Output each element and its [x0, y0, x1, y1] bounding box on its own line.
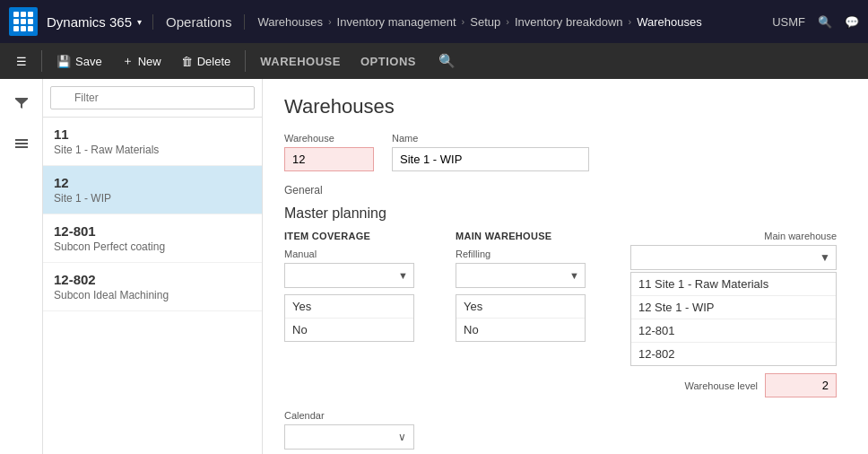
filter-icon-btn[interactable]	[7, 88, 36, 117]
master-planning-title: Master planning	[284, 205, 846, 222]
name-group: Name	[392, 133, 589, 171]
chat-icon-top[interactable]: 💬	[845, 15, 859, 29]
manual-yes-item[interactable]: Yes	[285, 295, 413, 319]
options-menu-button[interactable]: OPTIONS	[352, 50, 425, 73]
calendar-dropdown[interactable]: ∨	[284, 424, 414, 450]
warehouse-menu-button[interactable]: WAREHOUSE	[251, 50, 350, 73]
page-title: Warehouses	[284, 95, 846, 118]
filter-input[interactable]	[50, 86, 255, 109]
sidebar-icons	[0, 79, 43, 454]
list-item-12-802-id: 12-802	[54, 272, 251, 287]
name-input[interactable]	[392, 147, 589, 171]
breadcrumb-inventory-breakdown[interactable]: Inventory breakdown	[515, 15, 623, 29]
delete-icon: 🗑	[181, 55, 193, 68]
new-icon: ＋	[122, 53, 134, 69]
svg-rect-2	[15, 146, 28, 148]
list-item-12[interactable]: 12 Site 1 - WIP	[43, 166, 262, 214]
manual-label: Manual	[284, 249, 441, 259]
warehouse-name-row: Warehouse Name	[284, 133, 846, 171]
breadcrumb-inventory-management[interactable]: Warehouses	[257, 15, 323, 29]
dropdown-arrow-manual: ▼	[398, 270, 408, 281]
breadcrumb-inventory-mgmt[interactable]: Inventory management	[337, 15, 456, 29]
calendar-dropdown-arrow: ∨	[398, 431, 406, 443]
main-layout: 🔍 11 Site 1 - Raw Materials 12 Site 1 - …	[0, 79, 868, 454]
warehouse-list-item-12-802[interactable]: 12-802	[631, 343, 836, 365]
brand-chevron: ▾	[137, 17, 142, 27]
refilling-label: Refilling	[456, 249, 612, 259]
breadcrumb-sep-4: ›	[629, 16, 632, 27]
list-item-12-name: Site 1 - WIP	[54, 192, 251, 205]
refilling-no-item[interactable]: No	[456, 319, 585, 341]
save-button[interactable]: 💾 Save	[48, 50, 111, 73]
item-coverage-header: ITEM COVERAGE	[284, 231, 441, 249]
list-item-11-name: Site 1 - Raw Materials	[54, 144, 251, 156]
breadcrumb: Warehouses › Inventory management › Setu…	[245, 15, 714, 29]
warehouse-level-row: Warehouse level	[630, 373, 837, 397]
manual-no-item[interactable]: No	[285, 319, 413, 341]
list-panel: 🔍 11 Site 1 - Raw Materials 12 Site 1 - …	[43, 79, 263, 454]
list-items: 11 Site 1 - Raw Materials 12 Site 1 - WI…	[43, 118, 262, 454]
list-icon-btn[interactable]	[7, 129, 36, 158]
main-warehouse-col: MAIN WAREHOUSE Refilling ▼ Yes No	[456, 231, 612, 397]
calendar-group: Calendar ∨	[284, 410, 414, 450]
content-area: Warehouses Warehouse Name General Master…	[263, 79, 868, 454]
breadcrumb-sep-3: ›	[506, 16, 509, 27]
hamburger-button[interactable]: ☰	[7, 50, 36, 73]
list-item-12-801-id: 12-801	[54, 223, 251, 239]
calendar-row: Calendar ∨	[284, 410, 846, 450]
warehouse-list-item-11[interactable]: 11 Site 1 - Raw Materials	[631, 273, 836, 296]
delete-label: Delete	[197, 55, 231, 68]
refilling-yes-item[interactable]: Yes	[456, 295, 585, 319]
new-button[interactable]: ＋ New	[113, 48, 170, 74]
warehouse-list-item-12-801[interactable]: 12-801	[631, 319, 836, 343]
toolbar-divider-2	[245, 50, 246, 72]
list-item-12-id: 12	[54, 175, 251, 190]
list-item-11-id: 11	[54, 127, 251, 142]
item-coverage-col: ITEM COVERAGE Manual ▼ Yes No	[284, 231, 441, 397]
toolbar-divider-1	[41, 50, 42, 72]
warehouse-level-input[interactable]	[765, 373, 837, 397]
refilling-yes-no-list: Yes No	[456, 294, 586, 342]
planning-grid: ITEM COVERAGE Manual ▼ Yes No MAIN WAREH…	[284, 231, 846, 397]
main-warehouse-right-header: Main warehouse	[630, 231, 837, 241]
brand-text: Dynamics 365	[47, 14, 132, 30]
filter-wrap: 🔍	[50, 86, 255, 109]
waffle-menu[interactable]	[9, 7, 38, 36]
warehouse-list: 11 Site 1 - Raw Materials 12 Ste 1 - WIP…	[630, 272, 837, 366]
top-nav: Dynamics 365 ▾ Operations Warehouses › I…	[0, 0, 868, 43]
company-badge: USMF	[772, 15, 805, 29]
manual-dropdown[interactable]: ▼	[284, 263, 414, 288]
warehouse-level-label: Warehouse level	[684, 380, 758, 391]
warehouse-group: Warehouse	[284, 133, 374, 171]
warehouse-list-item-12[interactable]: 12 Ste 1 - WIP	[631, 296, 836, 319]
warehouse-input[interactable]	[284, 147, 374, 171]
list-item-12-801-name: Subcon Perfect coating	[54, 240, 251, 253]
list-item-12-801[interactable]: 12-801 Subcon Perfect coating	[43, 214, 262, 263]
manual-yes-no-list: Yes No	[284, 294, 414, 342]
general-section-title: General	[284, 184, 846, 196]
breadcrumb-warehouses[interactable]: Warehouses	[637, 15, 702, 29]
filter-bar: 🔍	[43, 79, 262, 118]
svg-rect-0	[15, 139, 28, 141]
name-label: Name	[392, 133, 589, 144]
new-label: New	[138, 55, 161, 68]
breadcrumb-setup[interactable]: Setup	[470, 15, 500, 29]
calendar-label: Calendar	[284, 410, 414, 421]
search-icon-top[interactable]: 🔍	[818, 15, 832, 29]
brand-label[interactable]: Dynamics 365 ▾	[47, 14, 153, 30]
list-item-12-802-name: Subcon Ideal Machining	[54, 289, 251, 301]
main-warehouse-dropdown[interactable]: ▼	[630, 245, 837, 270]
dropdown-arrow-refilling: ▼	[569, 270, 579, 281]
hamburger-icon: ☰	[16, 55, 27, 68]
breadcrumb-sep-2: ›	[462, 16, 465, 27]
refilling-dropdown[interactable]: ▼	[456, 263, 586, 288]
delete-button[interactable]: 🗑 Delete	[172, 50, 240, 73]
list-item-12-802[interactable]: 12-802 Subcon Ideal Machining	[43, 263, 262, 311]
svg-rect-1	[15, 143, 28, 144]
breadcrumb-sep-1: ›	[328, 16, 332, 27]
top-nav-right: USMF 🔍 💬	[772, 15, 859, 29]
list-item-11[interactable]: 11 Site 1 - Raw Materials	[43, 118, 262, 166]
toolbar: ☰ 💾 Save ＋ New 🗑 Delete WAREHOUSE OPTION…	[0, 43, 868, 79]
toolbar-search-button[interactable]: 🔍	[434, 48, 460, 74]
save-icon: 💾	[56, 55, 71, 68]
